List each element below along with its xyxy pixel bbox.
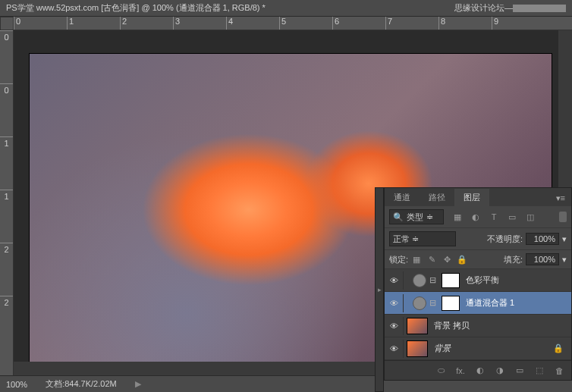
filter-shape-icon[interactable]: ▭ (506, 211, 518, 223)
link-icon: ⊟ (429, 275, 438, 285)
visibility-eye-icon[interactable]: 👁 (388, 320, 400, 332)
panel-menu-icon[interactable]: ▾≡ (550, 190, 571, 206)
chevron-down-icon[interactable]: ▾ (562, 255, 567, 265)
new-layer-icon[interactable]: ⬚ (533, 365, 545, 375)
link-icon: ⊟ (429, 298, 438, 308)
tab-channels[interactable]: 通道 (385, 189, 420, 206)
fill-value[interactable]: 100% (526, 253, 559, 265)
layer-background[interactable]: 👁 背景 🔒 (385, 337, 571, 360)
chevron-down-icon: ≑ (410, 234, 419, 243)
lock-row: 锁定: ▦ ✎ ✥ 🔒 填充: 100% ▾ (385, 250, 571, 269)
layer-background-copy[interactable]: 👁 背景 拷贝 (385, 315, 571, 337)
layer-color-balance[interactable]: 👁 ⊟ 色彩平衡 (385, 269, 571, 292)
layer-mask[interactable] (442, 296, 460, 311)
zoom-level[interactable]: 100% (6, 380, 27, 389)
add-mask-icon[interactable]: ◐ (474, 365, 486, 375)
layer-name[interactable]: 通道混合器 1 (466, 297, 514, 309)
chevron-down-icon[interactable]: ▾ (562, 234, 567, 244)
lock-icon: 🔒 (553, 343, 564, 353)
chevron-right-icon: ▸ (378, 286, 382, 293)
layer-thumbnail[interactable] (407, 340, 428, 357)
layers-list: 👁 ⊟ 色彩平衡 👁 ⊟ 通道混合器 1 👁 背景 拷贝 👁 背景 🔒 (385, 269, 571, 360)
ruler-horizontal[interactable]: 0123456789 (14, 17, 572, 30)
blend-mode-select[interactable]: 正常 ≑ (389, 231, 456, 246)
layer-thumbnail[interactable] (407, 318, 428, 334)
panel-tabs: 通道 路径 图层 ▾≡ (385, 188, 571, 206)
layer-fx-icon[interactable]: fx. (454, 366, 467, 375)
document-title: PS学堂 www.52psxt.com [古色润香] @ 100% (通道混合器… (6, 2, 266, 14)
filter-adjustment-icon[interactable]: ◐ (470, 211, 482, 223)
filter-type-select[interactable]: 🔍类型 ≑ (389, 209, 444, 224)
document-info[interactable]: 文档:844.7K/2.02M (46, 378, 117, 390)
new-group-icon[interactable]: ▭ (514, 365, 526, 375)
layer-name[interactable]: 背景 拷贝 (434, 320, 470, 331)
layer-mask[interactable] (442, 273, 460, 288)
lock-move-icon[interactable]: ✥ (442, 254, 452, 265)
panel-collapse-bar[interactable]: ▸ (375, 187, 384, 392)
tab-paths[interactable]: 路径 (420, 189, 454, 206)
visibility-eye-icon[interactable]: 👁 (388, 297, 400, 309)
layer-name[interactable]: 色彩平衡 (466, 274, 499, 286)
opacity-value[interactable]: 100% (526, 233, 559, 245)
lock-position-icon[interactable]: ✎ (426, 254, 437, 265)
adjustment-icon (413, 296, 426, 310)
filter-toggle[interactable] (559, 212, 567, 222)
chevron-down-icon: ≑ (426, 212, 433, 222)
layer-filter-row: 🔍类型 ≑ ▦ ◐ T ▭ ◫ (385, 206, 571, 228)
lock-all-icon[interactable]: 🔒 (457, 254, 467, 265)
delete-layer-icon[interactable]: 🗑 (553, 366, 565, 375)
link-layers-icon[interactable]: ⬭ (435, 365, 447, 375)
new-adjustment-icon[interactable]: ◑ (494, 365, 506, 375)
adjustment-icon (413, 274, 426, 287)
layers-panel: 通道 路径 图层 ▾≡ 🔍类型 ≑ ▦ ◐ T ▭ ◫ 正常 ≑ 不透明度: 1… (384, 187, 572, 381)
ruler-origin[interactable] (0, 17, 14, 30)
filter-smart-icon[interactable]: ◫ (524, 211, 536, 223)
lock-label: 锁定: (389, 254, 408, 265)
watermark-logo (513, 5, 566, 12)
ruler-vertical[interactable]: 001122 (0, 30, 14, 375)
lock-pixels-icon[interactable]: ▦ (411, 254, 422, 265)
search-icon: 🔍 (393, 212, 404, 222)
layer-channel-mixer[interactable]: 👁 ⊟ 通道混合器 1 (385, 292, 571, 315)
visibility-eye-icon[interactable]: 👁 (388, 274, 400, 287)
visibility-eye-icon[interactable]: 👁 (388, 343, 400, 355)
filter-pixel-icon[interactable]: ▦ (451, 211, 464, 223)
blend-row: 正常 ≑ 不透明度: 100% ▾ (385, 228, 571, 250)
opacity-label: 不透明度: (487, 234, 523, 245)
watermark: 思缘设计论坛— (454, 2, 566, 14)
statusbar-menu-arrow-icon[interactable]: ▶ (135, 379, 141, 389)
filter-text-icon[interactable]: T (488, 211, 500, 223)
layer-name[interactable]: 背景 (434, 343, 451, 354)
layers-panel-footer: ⬭ fx. ◐ ◑ ▭ ⬚ 🗑 (385, 360, 571, 380)
fill-label: 填充: (504, 254, 523, 265)
tab-layers[interactable]: 图层 (454, 189, 489, 206)
